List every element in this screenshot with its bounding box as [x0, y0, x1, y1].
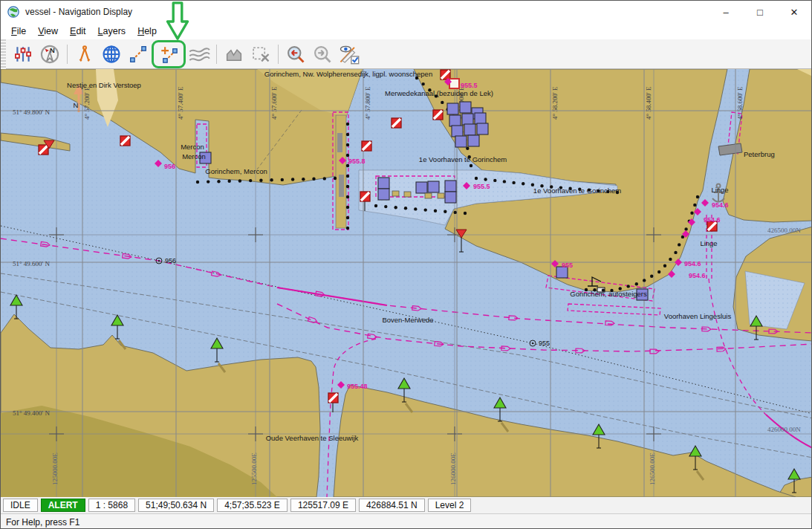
place-label: N: [74, 101, 79, 109]
mooring-dot: [404, 207, 407, 210]
mooring-dot: [512, 181, 515, 184]
title-bar[interactable]: vessel - Navigation Display – □ ✕: [1, 1, 811, 23]
measure-leg-button[interactable]: [125, 42, 152, 67]
compass-icon: N: [39, 44, 60, 65]
globe-button[interactable]: [98, 42, 125, 67]
mooring-dot: [684, 227, 687, 230]
vessel-square: [455, 136, 467, 147]
vessel-square: [445, 192, 456, 203]
toolbar-separator: [67, 45, 68, 64]
chart-map-area[interactable]: 125000.00E125500.00E126000.00E126500.00E…: [1, 69, 812, 497]
place-label: Mercon: [182, 152, 206, 160]
mooring-dot: [346, 175, 349, 178]
grid-label-lon: 4° 57.400' E: [177, 86, 184, 120]
place-label: Gorinchem, Nw. Wolpherensedijk, ligpl. w…: [264, 70, 432, 78]
place-label: 1e Voorhaven te Gorinchem: [533, 186, 621, 195]
grid-label-lon: 4° 58.600' E: [736, 86, 744, 120]
toolbar-grip-handle[interactable]: [1, 39, 6, 69]
mooring-dot: [217, 180, 220, 183]
mooring-dot: [346, 143, 349, 146]
zoom-next-button[interactable]: [309, 42, 336, 67]
add-route-leg-button[interactable]: [152, 40, 186, 68]
mooring-dot: [228, 180, 231, 183]
zoom-previous-button[interactable]: [282, 42, 309, 67]
mooring-dot: [346, 133, 349, 136]
mooring-dot: [669, 258, 672, 261]
pontoon: [425, 193, 432, 198]
mooring-dot: [441, 101, 444, 104]
menu-edit[interactable]: Edit: [64, 25, 92, 38]
vessel-square: [378, 178, 389, 189]
mooring-dot: [422, 82, 425, 85]
km-dot: [532, 343, 533, 344]
mooring-dot: [696, 195, 699, 198]
dividers-button[interactable]: [71, 42, 98, 67]
mooring-dot: [346, 185, 349, 188]
place-label: 1e Voorhaven te Gorinchem: [419, 155, 507, 163]
vessel-square: [378, 189, 389, 200]
hectometre-label: 955.8: [348, 158, 366, 165]
mooring-dot: [678, 243, 681, 246]
hectometre-label: 954.6: [689, 272, 706, 279]
toolbar-separator: [216, 45, 217, 64]
mooring-dot: [414, 207, 417, 210]
delete-selection-button[interactable]: [247, 42, 274, 67]
mooring-dot: [693, 204, 696, 207]
mercon-pier: [336, 115, 346, 228]
mooring-dot: [650, 275, 653, 278]
mooring-dot: [312, 178, 315, 181]
vessel-square: [460, 102, 471, 113]
mooring-dot: [346, 206, 349, 209]
status-bar: IDLE ALERT 1 : 5868 51;49;50.634 N 4;57;…: [1, 497, 811, 513]
menu-layers[interactable]: Layers: [92, 25, 132, 38]
maximize-button[interactable]: □: [743, 1, 777, 23]
chart-visibility-settings-button[interactable]: [336, 42, 363, 67]
vessel-square: [416, 182, 427, 193]
vessel-square: [464, 124, 475, 135]
mooring-dot: [643, 279, 646, 282]
minimize-button[interactable]: –: [709, 1, 743, 23]
place-label: Merwedekanaal (bezuiden de Lek): [385, 89, 493, 97]
menu-help[interactable]: Help: [131, 25, 163, 38]
vessel-square: [475, 113, 486, 124]
selection-delete-icon: [250, 44, 271, 65]
status-alert-badge: ALERT: [41, 499, 85, 512]
mooring-dot: [270, 178, 273, 181]
pontoon: [392, 191, 399, 196]
mooring-dot: [291, 178, 294, 181]
depth-profile-chart-button[interactable]: [221, 42, 247, 67]
mooring-dot: [464, 212, 467, 215]
mooring-dot: [346, 216, 349, 219]
mooring-dot: [674, 251, 677, 254]
display-sliders-button[interactable]: [10, 42, 36, 67]
mooring-dot: [454, 211, 457, 214]
compass-north-button[interactable]: N: [36, 42, 63, 67]
hectometre-label: 955.5: [461, 82, 478, 89]
mooring-dot: [470, 164, 472, 167]
menu-view[interactable]: View: [32, 25, 64, 38]
dividers-icon: [75, 45, 94, 64]
currents-waves-button[interactable]: [186, 42, 212, 67]
area-chart-icon: [224, 44, 244, 65]
mooring-dot: [207, 180, 210, 183]
mooring-dot: [503, 180, 506, 183]
hectometre-label: 954.6: [684, 260, 701, 267]
leg-line-icon: [129, 45, 148, 64]
mooring-dot: [690, 212, 693, 215]
window-title: vessel - Navigation Display: [25, 7, 132, 17]
mooring-dot: [484, 178, 487, 181]
mooring-dot: [346, 123, 349, 126]
moored-ship: [337, 133, 342, 152]
grid-label-lon: 4° 58.200' E: [551, 86, 559, 120]
grid-label-lat: 51° 49.800' N: [13, 108, 50, 116]
mooring-dot: [281, 178, 284, 181]
mooring-dot: [346, 195, 349, 198]
status-scale: 1 : 5868: [88, 499, 135, 512]
vessel-square: [468, 135, 479, 146]
menu-file[interactable]: File: [5, 25, 32, 38]
close-button[interactable]: ✕: [777, 1, 811, 23]
status-longitude: 4;57;35.523 E: [217, 499, 288, 512]
waves-icon: [188, 44, 210, 65]
menu-bar: File View Edit Layers Help: [1, 23, 811, 39]
place-label: Gorinchem, autosteigers: [570, 290, 647, 298]
